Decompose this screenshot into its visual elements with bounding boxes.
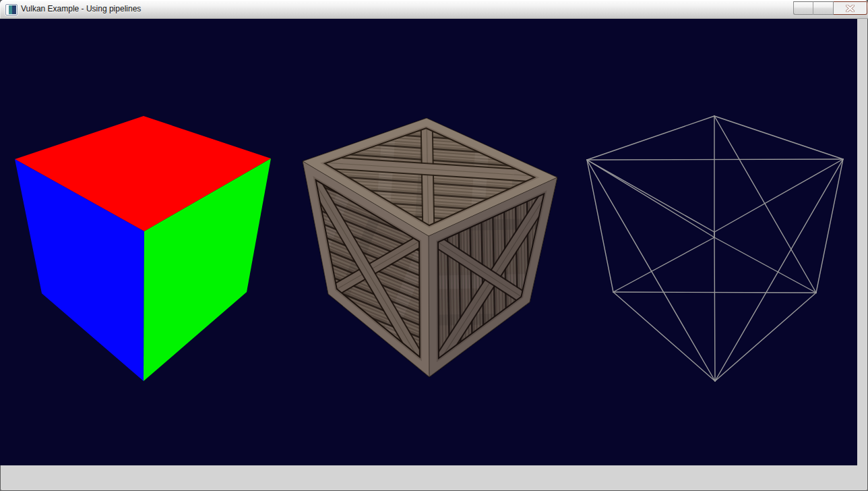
application-image-icon[interactable] [5, 4, 18, 16]
render-scene [0, 0, 857, 465]
vulkan-render-viewport[interactable] [0, 0, 868, 468]
minimize-button[interactable] [793, 1, 813, 15]
caption-button-group [793, 1, 867, 15]
app-window: Vulkan Example - Using pipelines [0, 0, 868, 491]
window-title: Vulkan Example - Using pipelines [21, 4, 141, 13]
titlebar[interactable]: Vulkan Example - Using pipelines [0, 0, 868, 19]
close-icon [846, 5, 855, 12]
wireframe-edge [587, 159, 843, 160]
application-image-icon-art [7, 5, 16, 14]
maximize-button[interactable] [813, 1, 834, 15]
close-button[interactable] [834, 1, 867, 15]
